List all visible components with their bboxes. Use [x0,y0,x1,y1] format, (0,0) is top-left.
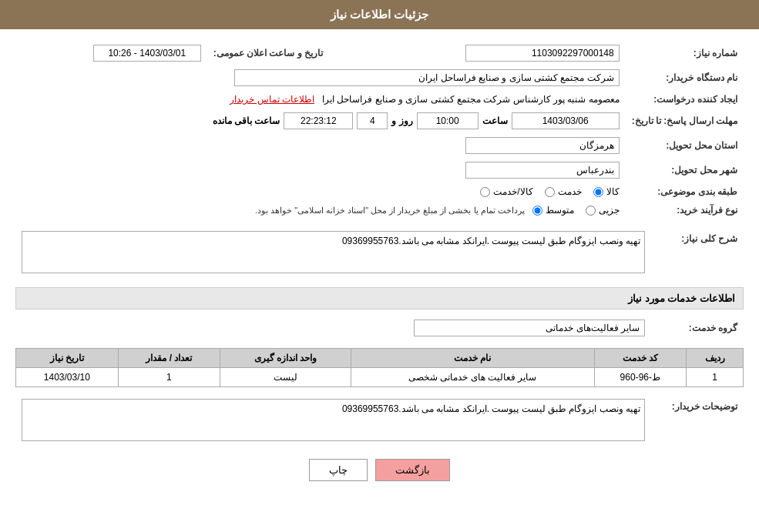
cell-service-name: سایر فعالیت های خدماتی شخصی [351,368,595,387]
city-row: شهر محل تحویل: بندرعباس [15,158,744,182]
category-label: طبقه بندی موضوعی: [626,182,744,201]
col-service-code: کد خدمت [594,349,686,368]
service-group-label: گروه خدمت: [651,316,744,340]
col-unit: واحد اندازه گیری [220,349,351,368]
buyer-org-display: شرکت مجتمع کشتی سازی و صنایع فراساحل ایر… [234,69,620,86]
category-kala-khedmat-item: کالا/خدمت [480,186,532,197]
services-section-title: اطلاعات خدمات مورد نیاز [15,287,744,309]
purchase-motavasset-radio[interactable] [532,206,542,216]
province-row: استان محل تحویل: هرمزگان [15,133,744,158]
category-kala-khedmat-radio[interactable] [480,187,490,197]
buyer-org-label: نام دستگاه خریدار: [626,65,744,90]
category-value: کالا خدمت کالا/خدمت [15,182,626,201]
send-time-display: 10:00 [417,112,479,129]
service-group-value: سایر فعالیت‌های خدماتی [15,316,651,340]
print-button[interactable]: چاپ [309,459,368,481]
general-description-row: شرح کلی نیاز: [15,227,744,279]
creator-contact-link[interactable]: اطلاعات تماس خریدار [230,94,314,105]
content-area: شماره نیاز: 1103092297000148 تاریخ و ساع… [0,29,759,504]
buyer-description-label: توضیحات خریدار: [651,395,744,447]
cell-row-num: 1 [687,368,744,387]
category-khedmat-item: خدمت [545,186,582,197]
services-table-body: 1 ط-96-960 سایر فعالیت های خدماتی شخصی ل… [16,368,744,387]
creator-row: ایجاد کننده درخواست: معصومه شنبه پور کار… [15,90,744,109]
send-deadline-row: مهلت ارسال پاسخ: تا تاریخ: 1403/03/06 سا… [15,109,744,133]
send-remaining-label: ساعت باقی مانده [213,115,280,126]
send-time-label: ساعت [482,115,508,126]
service-group-table: گروه خدمت: سایر فعالیت‌های خدماتی [15,316,744,340]
category-kala-label: کالا [606,186,620,197]
creator-label: ایجاد کننده درخواست: [626,90,744,109]
category-row: طبقه بندی موضوعی: کالا خدمت کالا/خدمت [15,182,744,201]
send-remaining-display: 22:23:12 [284,112,353,129]
purchase-motavasset-item: متوسط [532,205,574,216]
category-khedmat-label: خدمت [558,186,582,197]
cell-quantity: 1 [118,368,220,387]
back-button[interactable]: بازگشت [375,459,450,481]
announcement-datetime-display: 1403/03/01 - 10:26 [93,45,201,62]
table-row: 1 ط-96-960 سایر فعالیت های خدماتی شخصی ل… [16,368,744,387]
send-days-label: روز و [391,115,412,126]
purchase-motavasset-label: متوسط [546,205,574,216]
send-date-display: 1403/03/06 [512,112,620,129]
announcement-datetime-value: 1403/03/01 - 10:26 [15,41,207,65]
col-service-name: نام خدمت [351,349,595,368]
purchase-type-value: جزیی متوسط پرداخت تمام یا بخشی از مبلغ خ… [15,201,626,219]
general-description-cell [15,227,651,279]
creator-value: معصومه شنبه پور کارشناس شرکت مجتمع کشتی … [15,90,626,109]
need-number-row: شماره نیاز: 1103092297000148 تاریخ و ساع… [15,41,744,65]
send-deadline-value: 1403/03/06 ساعت 10:00 روز و 4 22:23:12 س… [15,109,626,133]
buyer-org-row: نام دستگاه خریدار: شرکت مجتمع کشتی سازی … [15,65,744,90]
services-table-header-row: ردیف کد خدمت نام خدمت واحد اندازه گیری ت… [16,349,744,368]
send-deadline-label: مهلت ارسال پاسخ: تا تاریخ: [626,109,744,133]
category-kala-khedmat-label: کالا/خدمت [493,186,532,197]
services-table: ردیف کد خدمت نام خدمت واحد اندازه گیری ت… [15,348,744,387]
service-group-display: سایر فعالیت‌های خدماتی [414,320,645,336]
purchase-type-row: نوع فرآیند خرید: جزیی متوسط [15,201,744,219]
service-group-row: گروه خدمت: سایر فعالیت‌های خدماتی [15,316,744,340]
cell-date: 1403/03/10 [16,368,119,387]
buyer-description-row: توضیحات خریدار: [15,395,744,447]
cell-service-code: ط-96-960 [594,368,686,387]
need-number-display: 1103092297000148 [465,45,620,62]
city-label: شهر محل تحویل: [626,158,744,182]
buyer-description-cell [15,395,651,447]
city-value: بندرعباس [15,158,626,182]
category-radio-group: کالا خدمت کالا/خدمت [480,186,619,197]
category-kala-radio[interactable] [593,187,603,197]
col-date: تاریخ نیاز [16,349,119,368]
category-khedmat-radio[interactable] [545,187,555,197]
col-quantity: تعداد / مقدار [118,349,220,368]
need-number-value: 1103092297000148 [360,41,626,65]
info-table: شماره نیاز: 1103092297000148 تاریخ و ساع… [15,41,744,219]
general-description-label: شرح کلی نیاز: [651,227,744,279]
province-display: هرمزگان [465,137,620,154]
purchase-note: پرداخت تمام یا بخشی از مبلغ خریدار از مح… [255,206,525,216]
cell-unit: لیست [220,368,351,387]
city-display: بندرعباس [465,162,620,179]
time-row: 1403/03/06 ساعت 10:00 روز و 4 22:23:12 س… [22,112,620,129]
page-title: جزئیات اطلاعات نیاز [331,8,428,21]
purchase-row-container: جزیی متوسط پرداخت تمام یا بخشی از مبلغ خ… [22,205,620,216]
need-number-label: شماره نیاز: [626,41,744,65]
purchase-radio-group: جزیی متوسط [532,205,620,216]
page-container: جزئیات اطلاعات نیاز شماره نیاز: 11030922… [0,0,759,532]
page-header: جزئیات اطلاعات نیاز [0,0,759,29]
creator-text: معصومه شنبه پور کارشناس شرکت مجتمع کشتی … [322,94,620,105]
buyer-org-value: شرکت مجتمع کشتی سازی و صنایع فراساحل ایر… [15,65,626,90]
general-description-table: شرح کلی نیاز: [15,227,744,279]
button-row: بازگشت چاپ [15,459,744,481]
province-label: استان محل تحویل: [626,133,744,158]
purchase-jozi-label: جزیی [599,205,620,216]
buyer-description-table: توضیحات خریدار: [15,395,744,447]
col-row-num: ردیف [687,349,744,368]
buyer-description-textarea[interactable] [22,399,645,441]
purchase-jozi-radio[interactable] [586,206,596,216]
purchase-jozi-item: جزیی [586,205,620,216]
purchase-type-label: نوع فرآیند خرید: [626,201,744,219]
services-table-header: ردیف کد خدمت نام خدمت واحد اندازه گیری ت… [16,349,744,368]
general-description-textarea[interactable] [22,231,645,273]
send-days-display: 4 [357,112,388,129]
announcement-datetime-label: تاریخ و ساعت اعلان عمومی: [207,41,329,65]
province-value: هرمزگان [15,133,626,158]
